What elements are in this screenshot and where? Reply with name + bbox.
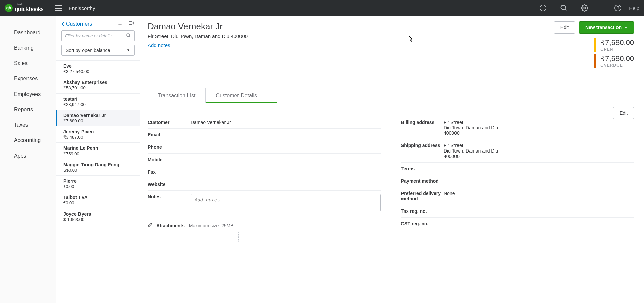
svg-line-4	[565, 9, 567, 11]
detail-header: Damao Vernekar Jr Fir Street, Diu Town, …	[148, 21, 634, 70]
field-terms-label: Terms	[401, 166, 444, 171]
open-label: OPEN	[600, 47, 634, 52]
gear-icon[interactable]	[580, 4, 589, 12]
details-body: Edit CustomerDamao Vernekar Jr Email Pho…	[148, 103, 634, 242]
field-payment-label: Payment method	[401, 178, 444, 184]
customer-name: Joyce Byers	[63, 211, 135, 217]
list-item[interactable]: Joyce Byers $-1,663.00	[56, 208, 140, 225]
list-item[interactable]: Eve ₹3,27,540.00	[56, 61, 140, 77]
field-delivery-value: None	[444, 191, 634, 196]
detail-panel: Damao Vernekar Jr Fir Street, Diu Town, …	[140, 16, 644, 303]
attachments-dropzone[interactable]	[148, 232, 239, 242]
sort-wrap: Sort by open balance ▼	[56, 45, 140, 60]
customer-name: Talbot TVA	[63, 195, 135, 200]
attachments-label[interactable]: Attachments	[156, 223, 185, 228]
notes-input[interactable]	[191, 194, 381, 211]
list-item[interactable]: Damao Vernekar Jr ₹7,680.00	[56, 110, 140, 126]
field-customer-value: Damao Vernekar Jr	[191, 120, 381, 125]
customer-name: Akshay Enterprises	[63, 80, 135, 85]
nav-taxes[interactable]: Taxes	[0, 117, 56, 133]
customer-name: Maggie Tiong Dang Fong	[63, 162, 135, 167]
open-balance: ₹7,680.00 OPEN	[594, 38, 634, 52]
sort-label: Sort by open balance	[66, 48, 110, 53]
list-item[interactable]: Akshay Enterprises ₹58,701.00	[56, 77, 140, 94]
list-item[interactable]: Talbot TVA €0.00	[56, 192, 140, 208]
new-transaction-button[interactable]: New transaction ▼	[579, 21, 634, 34]
main: Dashboard Banking Sales Expenses Employe…	[0, 16, 644, 303]
plus-icon[interactable]	[539, 4, 547, 12]
nav-banking[interactable]: Banking	[0, 40, 56, 56]
filter-wrap	[56, 30, 140, 45]
add-notes-link[interactable]: Add notes	[148, 42, 170, 48]
customer-address-line: Fir Street, Diu Town, Daman and Diu 4000…	[148, 33, 554, 39]
customer-list[interactable]: Eve ₹3,27,540.00 Akshay Enterprises ₹58,…	[56, 60, 140, 303]
field-billing-value: Fir Street Diu Town, Daman and Diu 40000…	[444, 120, 634, 136]
overdue-amount: ₹7,680.00	[600, 54, 634, 63]
nav-reports[interactable]: Reports	[0, 102, 56, 117]
edit-button[interactable]: Edit	[554, 21, 575, 34]
filter-input[interactable]	[61, 30, 135, 41]
paperclip-icon	[148, 222, 152, 229]
customer-balance: ₹3,27,540.00	[63, 69, 135, 74]
topbar-divider	[601, 3, 601, 13]
nav-apps[interactable]: Apps	[0, 148, 56, 164]
list-item[interactable]: Maggie Tiong Dang Fong S$0.00	[56, 159, 140, 176]
list-item[interactable]: testsri ₹28,947.00	[56, 94, 140, 110]
field-fax-label: Fax	[148, 169, 191, 175]
nav-dashboard[interactable]: Dashboard	[0, 25, 56, 40]
nav-employees[interactable]: Employees	[0, 86, 56, 102]
leftnav: Dashboard Banking Sales Expenses Employe…	[0, 16, 56, 303]
customer-balance: ₹759.00	[63, 151, 135, 156]
customer-name: Eve	[63, 63, 135, 69]
field-shipping-value: Fir Street Diu Town, Daman and Diu 40000…	[444, 143, 634, 159]
tab-customer-details[interactable]: Customer Details	[205, 88, 267, 103]
qb-icon: qb	[5, 4, 13, 12]
field-notes-label: Notes	[148, 194, 191, 199]
new-transaction-label: New transaction	[585, 25, 622, 30]
search-inline-icon[interactable]	[126, 33, 131, 39]
collapse-icon[interactable]	[129, 20, 135, 28]
help-label[interactable]: Help	[629, 5, 639, 11]
customer-name: testsri	[63, 96, 135, 102]
hamburger-icon[interactable]	[55, 5, 62, 11]
search-icon[interactable]	[559, 4, 568, 12]
list-item[interactable]: Pierre ƒ0.00	[56, 176, 140, 192]
field-delivery-label: Preferred delivery method	[401, 191, 444, 201]
sort-dropdown[interactable]: Sort by open balance ▼	[61, 45, 135, 56]
page-title: Damao Vernekar Jr	[148, 21, 554, 32]
tabs: Transaction List Customer Details	[148, 88, 634, 103]
customer-balance: $-1,663.00	[63, 217, 135, 222]
chevron-down-icon: ▼	[624, 26, 628, 29]
field-website-label: Website	[148, 182, 191, 187]
field-email-label: Email	[148, 132, 191, 137]
brand-text: intuit quickbooks	[15, 3, 43, 13]
attachments-row: Attachments Maximum size: 25MB	[148, 215, 381, 229]
customer-balance: ₹7,680.00	[63, 118, 135, 123]
help-icon[interactable]	[613, 4, 622, 12]
company-name[interactable]: Enniscorthy	[69, 5, 95, 11]
customer-balance: ƒ0.00	[63, 184, 135, 189]
customers-back-link[interactable]: Customers	[61, 21, 115, 27]
customer-balance: S$0.00	[63, 168, 135, 173]
field-customer-label: Customer	[148, 120, 191, 125]
brand-logo[interactable]: qb intuit quickbooks	[5, 3, 43, 13]
nav-expenses[interactable]: Expenses	[0, 71, 56, 86]
add-customer-icon[interactable]: ＋	[117, 20, 123, 28]
tab-transaction-list[interactable]: Transaction List	[148, 88, 205, 103]
attachments-max: Maximum size: 25MB	[189, 223, 234, 228]
brand-main: quickbooks	[15, 6, 43, 12]
field-shipping-label: Shipping address	[401, 143, 444, 148]
list-item[interactable]: Jeremy Piven ₹3,487.00	[56, 126, 140, 143]
customer-balance: €0.00	[63, 200, 135, 205]
nav-sales[interactable]: Sales	[0, 56, 56, 71]
edit-details-button[interactable]: Edit	[613, 107, 634, 119]
customers-back-label: Customers	[66, 21, 92, 27]
list-item[interactable]: Marine Le Penn ₹759.00	[56, 143, 140, 159]
nav-accounting[interactable]: Accounting	[0, 133, 56, 148]
field-billing-label: Billing address	[401, 120, 444, 125]
customer-list-panel: Customers ＋ Sort by open balance ▼ Ev	[56, 16, 140, 303]
details-right-col: Billing address Fir Street Diu Town, Dam…	[401, 116, 634, 242]
field-mobile-label: Mobile	[148, 157, 191, 162]
customer-name: Marine Le Penn	[63, 145, 135, 151]
customer-name: Damao Vernekar Jr	[63, 113, 135, 118]
